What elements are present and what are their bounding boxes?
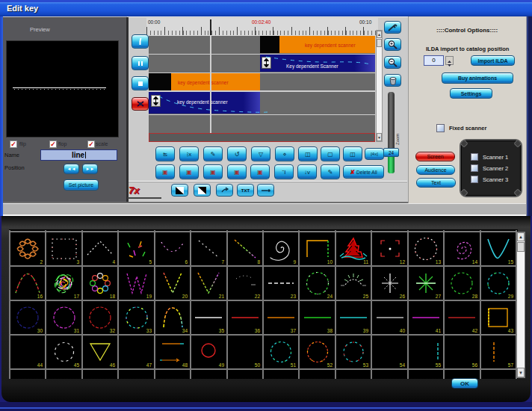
svg-text:28: 28	[472, 294, 478, 299]
svg-text:8: 8	[257, 259, 260, 265]
svg-text:5: 5	[149, 259, 152, 265]
svg-text:57: 57	[508, 362, 514, 368]
svg-text:43: 43	[508, 328, 514, 333]
svg-text:27: 27	[436, 294, 442, 299]
svg-text:39: 39	[363, 328, 369, 333]
svg-text:45: 45	[74, 362, 80, 368]
svg-text:56: 56	[472, 362, 478, 368]
svg-text:21: 21	[219, 294, 225, 299]
svg-text:54: 54	[400, 362, 406, 368]
svg-text:2: 2	[40, 259, 43, 265]
svg-text:11: 11	[363, 259, 368, 265]
svg-text:47: 47	[146, 362, 152, 368]
svg-text:46: 46	[110, 362, 116, 368]
svg-text:51: 51	[291, 362, 297, 368]
svg-text:34: 34	[182, 328, 188, 333]
svg-text:19: 19	[146, 294, 152, 299]
svg-text:18: 18	[110, 294, 116, 299]
svg-text:42: 42	[472, 328, 478, 333]
svg-text:36: 36	[255, 328, 261, 333]
svg-text:48: 48	[182, 362, 188, 368]
svg-text:40: 40	[400, 328, 406, 333]
svg-text:16: 16	[37, 294, 43, 299]
svg-text:32: 32	[110, 328, 116, 333]
svg-text:53: 53	[363, 362, 369, 368]
svg-text:23: 23	[291, 294, 297, 299]
svg-text:29: 29	[508, 294, 514, 299]
svg-text:31: 31	[74, 328, 80, 333]
svg-text:55: 55	[436, 362, 442, 368]
svg-text:6: 6	[185, 259, 188, 265]
svg-text:3: 3	[76, 259, 79, 265]
svg-text:17: 17	[74, 294, 80, 299]
svg-text:25: 25	[363, 294, 369, 299]
svg-text:22: 22	[255, 294, 261, 299]
svg-text:14: 14	[472, 259, 478, 265]
svg-text:52: 52	[327, 362, 333, 368]
svg-text:26: 26	[400, 294, 406, 299]
svg-text:50: 50	[255, 362, 261, 368]
svg-text:33: 33	[146, 328, 152, 333]
svg-text:20: 20	[182, 294, 188, 299]
svg-text:7: 7	[221, 259, 224, 265]
svg-text:38: 38	[327, 328, 333, 333]
svg-text:44: 44	[37, 362, 43, 368]
svg-text:15: 15	[508, 259, 514, 265]
svg-text:10: 10	[327, 259, 333, 265]
svg-text:24: 24	[327, 294, 333, 299]
svg-text:12: 12	[400, 259, 406, 265]
svg-text:13: 13	[436, 259, 442, 265]
svg-text:35: 35	[219, 328, 225, 333]
svg-text:30: 30	[37, 328, 43, 333]
svg-text:4: 4	[112, 259, 115, 265]
svg-text:9: 9	[293, 259, 296, 265]
svg-text:49: 49	[219, 362, 225, 368]
svg-text:41: 41	[436, 328, 442, 333]
svg-text:37: 37	[291, 328, 297, 333]
